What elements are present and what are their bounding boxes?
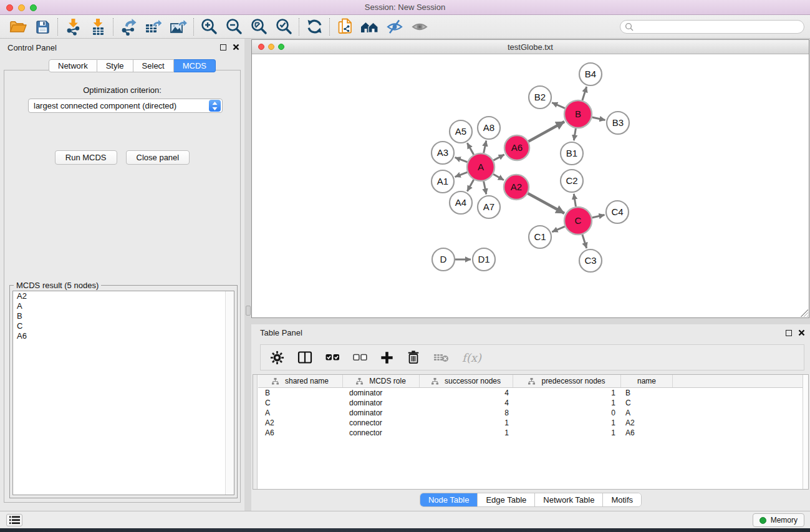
memory-button[interactable]: Memory — [753, 513, 804, 527]
table-cell[interactable]: C — [620, 398, 672, 408]
table-cell[interactable]: 4 — [419, 388, 513, 398]
float-panel-icon[interactable] — [786, 330, 792, 336]
table-cell[interactable]: dominator — [342, 398, 419, 408]
graph-edge[interactable] — [528, 193, 564, 213]
table-cell[interactable]: B — [620, 388, 672, 398]
table-row[interactable]: A6connector11A6 — [258, 428, 803, 438]
graph-edge[interactable] — [574, 128, 576, 141]
table-cell[interactable]: 4 — [419, 398, 513, 408]
table-cell[interactable]: 1 — [419, 418, 513, 428]
graph-edge[interactable] — [493, 155, 504, 160]
mcds-result-item[interactable]: C — [13, 321, 234, 331]
function-builder-button[interactable]: f(x) — [462, 351, 481, 364]
resize-grip-icon[interactable] — [801, 309, 808, 317]
tab-select[interactable]: Select — [133, 59, 174, 72]
zoom-selected-button[interactable] — [271, 16, 296, 37]
tab-mcds[interactable]: MCDS — [174, 59, 216, 72]
table-cell[interactable]: dominator — [342, 388, 419, 398]
column-header[interactable]: predecessor nodes — [513, 375, 620, 387]
minimize-window-button[interactable] — [18, 4, 25, 11]
table-cell[interactable]: C — [258, 398, 342, 408]
graph-edge[interactable] — [484, 141, 486, 153]
table-cell[interactable]: 1 — [513, 398, 620, 408]
network-minimize-button[interactable] — [268, 44, 274, 50]
mcds-result-item[interactable]: A — [13, 301, 234, 311]
table-cell[interactable]: B — [258, 388, 342, 398]
graph-edge[interactable] — [552, 102, 565, 108]
run-mcds-button[interactable]: Run MCDS — [55, 150, 117, 165]
table-cell[interactable]: A6 — [620, 428, 672, 438]
table-cell[interactable]: A6 — [258, 428, 342, 438]
table-cell[interactable]: A — [258, 408, 342, 418]
mcds-result-item[interactable]: A2 — [13, 291, 234, 301]
column-header[interactable]: successor nodes — [419, 375, 513, 387]
close-window-button[interactable] — [6, 4, 13, 11]
table-cell[interactable]: 1 — [419, 428, 513, 438]
tab-style[interactable]: Style — [97, 59, 133, 72]
search-input[interactable] — [620, 20, 804, 34]
table-cell[interactable]: 1 — [513, 428, 620, 438]
export-table-button[interactable] — [141, 16, 166, 37]
close-panel-button[interactable]: Close panel — [126, 150, 190, 165]
graph-edge[interactable] — [528, 122, 564, 142]
table-row[interactable]: Bdominator41B — [258, 388, 803, 398]
zoom-out-button[interactable] — [221, 16, 246, 37]
network-zoom-button[interactable] — [278, 44, 284, 50]
network-canvas[interactable]: B4B2BB3A8A5A6A3B1AA1C2A2A4A7C4CC1C3DD1 — [252, 54, 809, 317]
table-cell[interactable]: 8 — [419, 408, 513, 418]
table-cell[interactable]: A — [620, 408, 672, 418]
table-scrollbar-track[interactable] — [803, 375, 808, 489]
table-cell[interactable]: dominator — [342, 408, 419, 418]
table-settings-button[interactable] — [270, 351, 284, 365]
export-network-button[interactable] — [116, 16, 141, 37]
table-cell[interactable]: connector — [342, 428, 419, 438]
open-file-button[interactable] — [5, 16, 30, 37]
refresh-button[interactable] — [302, 16, 327, 37]
graph-edge[interactable] — [582, 87, 587, 100]
close-panel-icon[interactable] — [233, 44, 239, 51]
tab-motifs[interactable]: Motifs — [602, 493, 641, 506]
tab-node-table[interactable]: Node Table — [420, 493, 478, 506]
close-panel-icon[interactable] — [798, 329, 805, 336]
mcds-result-item[interactable]: B — [13, 311, 234, 321]
column-header[interactable]: shared name — [258, 375, 342, 387]
delete-column-button[interactable] — [407, 350, 420, 365]
mcds-result-item[interactable]: A6 — [13, 331, 234, 341]
network-window-titlebar[interactable]: testGlobe.txt — [252, 40, 809, 54]
export-image-button[interactable] — [166, 16, 191, 37]
float-panel-icon[interactable] — [220, 44, 226, 51]
table-cell[interactable]: 0 — [513, 408, 620, 418]
mcds-result-list[interactable]: A2ABCA6 — [12, 291, 234, 495]
network-close-button[interactable] — [258, 44, 264, 50]
import-table-button[interactable] — [85, 16, 110, 37]
optimization-criterion-select[interactable]: largest connected component (directed) — [28, 99, 223, 113]
table-row[interactable]: Adominator80A — [258, 408, 803, 418]
graph-edge[interactable] — [455, 172, 468, 177]
graph-edge[interactable] — [467, 143, 473, 155]
scrollbar-track[interactable] — [225, 291, 234, 495]
table-row[interactable]: A2connector11A2 — [258, 418, 803, 428]
graph-edge[interactable] — [592, 117, 605, 120]
graph-edge[interactable] — [574, 194, 576, 207]
graph-edge[interactable] — [493, 174, 504, 180]
import-network-button[interactable] — [60, 16, 85, 37]
table-cell[interactable]: 1 — [513, 388, 620, 398]
zoom-window-button[interactable] — [30, 4, 37, 11]
column-header[interactable]: name — [620, 375, 672, 387]
show-all-columns-button[interactable] — [325, 352, 340, 363]
create-column-button[interactable] — [380, 351, 393, 364]
zoom-fit-button[interactable] — [246, 16, 271, 37]
column-header[interactable]: MCDS role — [342, 375, 419, 387]
graph-edge[interactable] — [484, 181, 486, 195]
first-neighbors-button[interactable] — [357, 16, 382, 37]
graph-edge[interactable] — [467, 180, 473, 191]
zoom-in-button[interactable] — [196, 16, 221, 37]
table-cell[interactable]: A2 — [258, 418, 342, 428]
graph-edge[interactable] — [455, 157, 468, 162]
save-session-button[interactable] — [30, 16, 55, 37]
hide-all-columns-button[interactable] — [353, 352, 367, 363]
tab-network[interactable]: Network — [49, 59, 97, 72]
delete-table-button[interactable] — [433, 352, 449, 363]
new-session-from-network-button[interactable] — [332, 16, 357, 37]
show-graphics-details-button[interactable] — [407, 16, 432, 37]
